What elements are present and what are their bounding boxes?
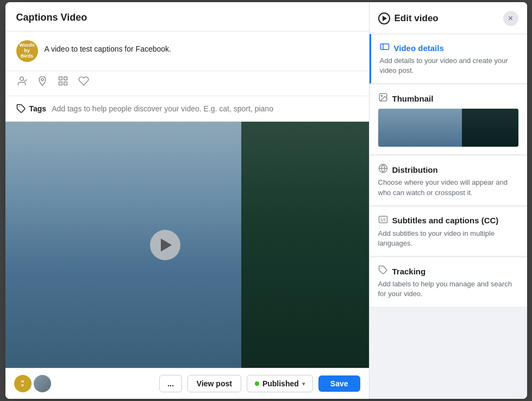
modal-header: Captions Video	[5, 2, 369, 32]
section-video-details-header: Video details	[380, 42, 518, 54]
distribution-icon	[378, 164, 388, 176]
section-subtitles-header: Subtitles and captions (CC)	[378, 215, 518, 227]
footer-user-avatar	[34, 375, 51, 392]
section-subtitles[interactable]: Subtitles and captions (CC) Add subtitle…	[370, 207, 527, 256]
thumbnail-inner	[378, 109, 518, 147]
caption-section: WordsbyBirds A video to test captions fo…	[5, 32, 369, 71]
location-icon[interactable]	[37, 76, 48, 89]
toolbar-icons	[5, 71, 369, 96]
tag-icon	[16, 104, 26, 114]
svg-rect-2	[59, 77, 62, 80]
play-icon-small-triangle	[383, 16, 387, 21]
close-button[interactable]: ×	[503, 11, 518, 26]
play-button[interactable]	[150, 230, 180, 260]
svg-point-1	[41, 78, 43, 80]
left-footer: WB ... View post Published ▾ Save	[5, 368, 369, 399]
published-button[interactable]: Published ▾	[247, 375, 313, 392]
modal-overlay: Captions Video WordsbyBirds A video to t…	[0, 0, 532, 401]
thumbnail-dark-area	[462, 109, 518, 147]
right-panel: Edit video × Video details Add details t…	[370, 2, 527, 399]
svg-point-0	[20, 77, 23, 81]
video-container	[5, 122, 369, 368]
section-distribution[interactable]: Distribution Choose where your video wil…	[370, 156, 527, 205]
more-options-button[interactable]: ...	[159, 375, 182, 392]
chevron-down-icon: ▾	[302, 381, 305, 387]
video-details-icon	[380, 42, 390, 54]
tags-section: Tags	[5, 96, 369, 122]
section-thumbnail-label: Thumbnail	[392, 94, 434, 103]
video-shelf-area	[241, 122, 368, 368]
subtitles-icon	[378, 215, 388, 227]
svg-rect-7	[380, 44, 389, 50]
thumbnail-icon	[378, 92, 388, 104]
footer-page-avatar: WB	[14, 375, 32, 392]
play-triangle-icon	[161, 239, 172, 252]
modal: Captions Video WordsbyBirds A video to t…	[5, 2, 527, 399]
left-panel: Captions Video WordsbyBirds A video to t…	[5, 2, 370, 399]
section-tracking[interactable]: Tracking Add labels to help you manage a…	[370, 258, 527, 307]
video-bg	[5, 122, 369, 368]
tracking-icon	[378, 265, 388, 277]
right-header: Edit video ×	[370, 2, 527, 34]
section-video-details[interactable]: Video details Add details to your video …	[370, 34, 527, 84]
play-icon-small	[378, 12, 390, 24]
section-video-details-desc: Add details to your video and create you…	[380, 56, 518, 76]
svg-rect-4	[59, 82, 62, 85]
section-tracking-header: Tracking	[378, 265, 518, 277]
section-thumbnail[interactable]: Thumbnail	[370, 85, 527, 155]
section-subtitles-desc: Add subtitles to your video in multiple …	[378, 229, 518, 248]
section-thumbnail-header: Thumbnail	[378, 92, 518, 104]
activity-icon[interactable]	[78, 76, 89, 89]
page-avatar: WordsbyBirds	[16, 40, 38, 62]
svg-rect-13	[379, 216, 387, 223]
grid-icon[interactable]	[58, 76, 68, 89]
section-tracking-desc: Add labels to help you manage and search…	[378, 279, 518, 299]
section-subtitles-label: Subtitles and captions (CC)	[392, 216, 499, 225]
svg-rect-3	[64, 77, 67, 80]
section-video-details-label: Video details	[394, 43, 444, 53]
svg-point-10	[381, 96, 382, 97]
modal-title: Captions Video	[16, 12, 358, 23]
tags-label: Tags	[16, 104, 47, 114]
published-label: Published	[262, 379, 299, 388]
section-tracking-label: Tracking	[392, 267, 426, 276]
section-distribution-desc: Choose where your video will appear and …	[378, 178, 518, 197]
save-button[interactable]: Save	[318, 375, 360, 392]
right-title: Edit video	[378, 12, 439, 24]
svg-rect-5	[64, 82, 67, 85]
view-post-button[interactable]: View post	[187, 375, 241, 392]
footer-avatars: WB	[14, 375, 51, 392]
tag-person-icon[interactable]	[16, 76, 27, 89]
published-status-dot	[255, 381, 259, 386]
thumbnail-preview	[378, 109, 518, 147]
caption-text[interactable]: A video to test captions for Facebook.	[45, 40, 358, 53]
section-distribution-header: Distribution	[378, 164, 518, 176]
tags-input[interactable]	[52, 104, 358, 113]
section-distribution-label: Distribution	[392, 165, 438, 174]
